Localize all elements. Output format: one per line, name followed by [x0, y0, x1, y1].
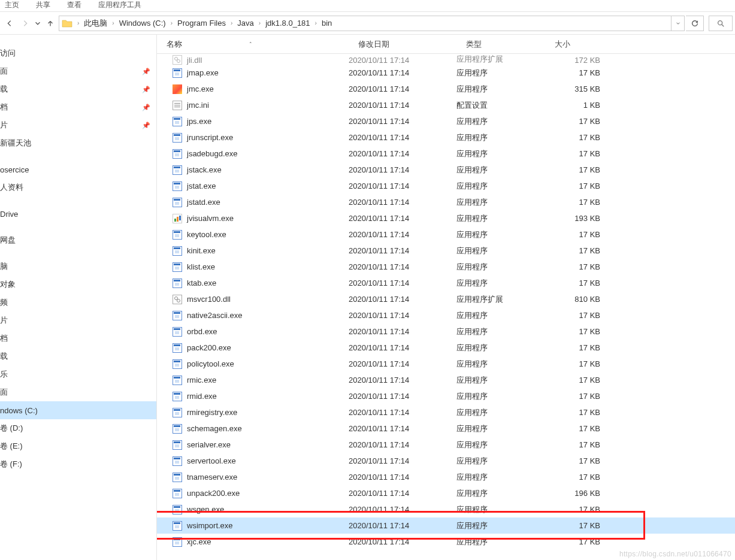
- tree-item[interactable]: 载: [0, 347, 156, 365]
- ribbon-tab[interactable]: 应用程序工具: [98, 0, 141, 10]
- tree-item[interactable]: 新疆天池: [0, 134, 156, 152]
- forward-button[interactable]: [18, 16, 32, 31]
- tree-item[interactable]: 访问: [0, 44, 156, 62]
- file-name: keytool.exe: [187, 230, 226, 239]
- file-row[interactable]: klist.exe2020/10/11 17:14应用程序17 KB: [157, 259, 735, 275]
- exe-file-icon: [173, 165, 182, 175]
- column-size[interactable]: 大小: [545, 35, 617, 53]
- tree-item[interactable]: 卷 (E:): [0, 437, 156, 455]
- file-type: 应用程序: [456, 213, 545, 224]
- file-row[interactable]: schemagen.exe2020/10/11 17:14应用程序17 KB: [157, 420, 735, 437]
- breadcrumb-item[interactable]: jdk1.8.0_181: [263, 16, 312, 31]
- exe-file-icon: [173, 246, 182, 256]
- file-row[interactable]: serialver.exe2020/10/11 17:14应用程序17 KB: [157, 437, 735, 453]
- search-box[interactable]: [709, 16, 733, 31]
- ribbon-tab[interactable]: 查看: [67, 0, 81, 10]
- file-row[interactable]: keytool.exe2020/10/11 17:14应用程序17 KB: [157, 226, 735, 243]
- file-row[interactable]: rmic.exe2020/10/11 17:14应用程序17 KB: [157, 372, 735, 388]
- file-row[interactable]: tnameserv.exe2020/10/11 17:14应用程序17 KB: [157, 469, 735, 485]
- file-row[interactable]: jmc.exe2020/10/11 17:14应用程序315 KB: [157, 81, 735, 97]
- tree-item[interactable]: ndows (C:): [0, 401, 156, 419]
- file-row[interactable]: rmiregistry.exe2020/10/11 17:14应用程序17 KB: [157, 404, 735, 420]
- file-type: 应用程序: [456, 165, 545, 175]
- tree-item[interactable]: 片📌: [0, 116, 156, 134]
- file-list[interactable]: jli.dll2020/10/11 17:14应用程序扩展172 KBjmap.…: [157, 54, 735, 560]
- tree-item[interactable]: 卷 (D:): [0, 419, 156, 437]
- file-type: 应用程序: [456, 520, 545, 531]
- file-type: 应用程序: [456, 343, 545, 353]
- file-row[interactable]: native2ascii.exe2020/10/11 17:14应用程序17 K…: [157, 307, 735, 323]
- tree-item[interactable]: 乐: [0, 365, 156, 383]
- tree-item[interactable]: Drive: [0, 205, 156, 223]
- file-name: serialver.exe: [187, 440, 231, 449]
- file-row[interactable]: servertool.exe2020/10/11 17:14应用程序17 KB: [157, 453, 735, 469]
- file-row[interactable]: jvisualvm.exe2020/10/11 17:14应用程序193 KB: [157, 210, 735, 226]
- file-type: 应用程序: [456, 537, 545, 547]
- breadcrumb-item[interactable]: Windows (C:): [117, 16, 168, 31]
- breadcrumb-bar[interactable]: › 此电脑› Windows (C:)› Program Files› Java…: [59, 16, 685, 31]
- file-row[interactable]: jli.dll2020/10/11 17:14应用程序扩展172 KB: [157, 54, 735, 65]
- tree-item[interactable]: 载📌: [0, 80, 156, 98]
- file-row[interactable]: wsimport.exe2020/10/11 17:14应用程序17 KB: [157, 517, 735, 534]
- breadcrumb-item[interactable]: bin: [319, 16, 334, 31]
- column-name[interactable]: 名称 ˄: [157, 35, 349, 53]
- file-row[interactable]: jsadebugd.exe2020/10/11 17:14应用程序17 KB: [157, 146, 735, 162]
- file-row[interactable]: rmid.exe2020/10/11 17:14应用程序17 KB: [157, 388, 735, 404]
- path-dropdown-button[interactable]: [671, 16, 684, 31]
- file-size: 17 KB: [545, 456, 611, 465]
- file-date: 2020/10/11 17:14: [349, 359, 456, 368]
- file-row[interactable]: orbd.exe2020/10/11 17:14应用程序17 KB: [157, 323, 735, 340]
- chevron-right-icon: ›: [76, 20, 80, 26]
- breadcrumb-item[interactable]: 此电脑: [81, 16, 110, 31]
- tree-item[interactable]: 人资料: [0, 178, 156, 196]
- tree-item[interactable]: 面: [0, 383, 156, 401]
- file-row[interactable]: pack200.exe2020/10/11 17:14应用程序17 KB: [157, 340, 735, 356]
- ribbon-tab[interactable]: 共享: [36, 0, 50, 10]
- column-type[interactable]: 类型: [456, 35, 545, 53]
- file-row[interactable]: unpack200.exe2020/10/11 17:14应用程序196 KB: [157, 485, 735, 501]
- jvm-file-icon: [173, 214, 182, 223]
- tree-item[interactable]: 面📌: [0, 62, 156, 80]
- file-date: 2020/10/11 17:14: [349, 101, 456, 110]
- breadcrumb-item[interactable]: Java: [235, 16, 256, 31]
- file-date: 2020/10/11 17:14: [349, 327, 456, 336]
- file-row[interactable]: jstat.exe2020/10/11 17:14应用程序17 KB: [157, 178, 735, 194]
- recent-button[interactable]: [34, 16, 42, 31]
- tree-item[interactable]: 档📌: [0, 98, 156, 116]
- file-row[interactable]: jmc.ini2020/10/11 17:14配置设置1 KB: [157, 97, 735, 113]
- refresh-button[interactable]: [686, 16, 704, 31]
- file-row[interactable]: jps.exe2020/10/11 17:14应用程序17 KB: [157, 113, 735, 129]
- up-button[interactable]: [43, 16, 58, 31]
- navigation-tree[interactable]: 访问面📌载📌档📌片📌新疆天池osercice人资料Drive网盘脑对象频片档载乐…: [0, 35, 157, 560]
- tree-item[interactable]: 档: [0, 329, 156, 347]
- file-row[interactable]: jstack.exe2020/10/11 17:14应用程序17 KB: [157, 162, 735, 178]
- file-row[interactable]: jmap.exe2020/10/11 17:14应用程序17 KB: [157, 65, 735, 81]
- file-date: 2020/10/11 17:14: [349, 473, 456, 482]
- file-name: jstack.exe: [187, 165, 222, 174]
- ribbon-tab[interactable]: 主页: [5, 0, 19, 10]
- tree-item[interactable]: 网盘: [0, 231, 156, 249]
- file-size: 17 KB: [545, 343, 611, 352]
- file-row[interactable]: ktab.exe2020/10/11 17:14应用程序17 KB: [157, 275, 735, 291]
- back-button[interactable]: [2, 16, 17, 31]
- tree-item[interactable]: osercice: [0, 161, 156, 178]
- tree-item[interactable]: 片: [0, 311, 156, 329]
- tree-item[interactable]: 对象: [0, 276, 156, 293]
- dll-file-icon: [173, 55, 182, 65]
- tree-item[interactable]: 脑: [0, 258, 156, 276]
- tree-item[interactable]: 卷 (F:): [0, 455, 156, 473]
- file-date: 2020/10/11 17:14: [349, 537, 456, 546]
- file-row[interactable]: msvcr100.dll2020/10/11 17:14应用程序扩展810 KB: [157, 291, 735, 307]
- file-row[interactable]: wsgen.exe2020/10/11 17:14应用程序17 KB: [157, 501, 735, 517]
- file-row[interactable]: xjc.exe2020/10/11 17:14应用程序17 KB: [157, 534, 735, 550]
- file-size: 17 KB: [545, 279, 611, 287]
- column-date[interactable]: 修改日期: [349, 35, 456, 53]
- breadcrumb-item[interactable]: Program Files: [175, 16, 228, 31]
- file-row[interactable]: jrunscript.exe2020/10/11 17:14应用程序17 KB: [157, 129, 735, 146]
- file-row[interactable]: kinit.exe2020/10/11 17:14应用程序17 KB: [157, 243, 735, 259]
- file-row[interactable]: policytool.exe2020/10/11 17:14应用程序17 KB: [157, 356, 735, 372]
- file-row[interactable]: jstatd.exe2020/10/11 17:14应用程序17 KB: [157, 194, 735, 210]
- tree-item[interactable]: 频: [0, 293, 156, 311]
- file-date: 2020/10/11 17:14: [349, 214, 456, 223]
- pin-icon: 📌: [142, 86, 150, 93]
